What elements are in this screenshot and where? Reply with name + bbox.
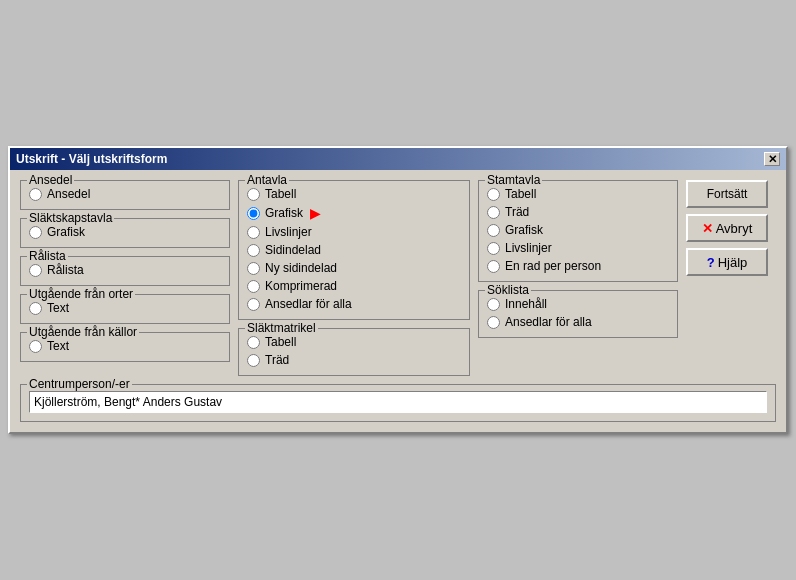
- slaktmatrikel-group: Släktmatrikel Tabell Träd: [238, 328, 470, 376]
- window-content: Ansedel Ansedel Släktskapstavla Grafisk …: [10, 170, 786, 432]
- middle-column: Antavla Tabell Grafisk ▶ Livslinjer: [238, 180, 470, 376]
- ansedlar-sok-label: Ansedlar för alla: [505, 315, 592, 329]
- livslinjer-stam-option[interactable]: Livslinjer: [487, 241, 669, 255]
- komprimerad-ant-option[interactable]: Komprimerad: [247, 279, 461, 293]
- stamtavla-group-label: Stamtavla: [485, 173, 542, 187]
- livslinjer-ant-label: Livslinjer: [265, 225, 312, 239]
- ansedlar-sok-option[interactable]: Ansedlar för alla: [487, 315, 669, 329]
- tabell-slakt-radio[interactable]: [247, 336, 260, 349]
- x-icon: ✕: [702, 221, 713, 236]
- innehall-sok-radio[interactable]: [487, 298, 500, 311]
- slaktmatrikel-group-label: Släktmatrikel: [245, 321, 318, 335]
- trad-slakt-radio[interactable]: [247, 354, 260, 367]
- komprimerad-ant-label: Komprimerad: [265, 279, 337, 293]
- utgaende-kallor-group: Utgående från källor Text: [20, 332, 230, 362]
- tabell-stam-label: Tabell: [505, 187, 536, 201]
- trad-stam-radio[interactable]: [487, 206, 500, 219]
- grafisk-stam-option[interactable]: Grafisk: [487, 223, 669, 237]
- sidindelad-ant-radio[interactable]: [247, 244, 260, 257]
- utgaende-orter-group: Utgående från orter Text: [20, 294, 230, 324]
- ny-sidindelad-ant-label: Ny sidindelad: [265, 261, 337, 275]
- livslinjer-stam-radio[interactable]: [487, 242, 500, 255]
- cursor-arrow-icon: ▶: [310, 205, 321, 221]
- ralista-label: Rålista: [47, 263, 84, 277]
- antavla-group-label: Antavla: [245, 173, 289, 187]
- ralista-group-label: Rålista: [27, 249, 68, 263]
- ansedlar-sok-radio[interactable]: [487, 316, 500, 329]
- sidindelad-ant-option[interactable]: Sidindelad: [247, 243, 461, 257]
- close-button[interactable]: ✕: [764, 152, 780, 166]
- avbryt-label: Avbryt: [716, 221, 753, 236]
- left-column: Ansedel Ansedel Släktskapstavla Grafisk …: [20, 180, 230, 376]
- ansedlar-alla-ant-label: Ansedlar för alla: [265, 297, 352, 311]
- tabell-ant-option[interactable]: Tabell: [247, 187, 461, 201]
- ansedel-group: Ansedel Ansedel: [20, 180, 230, 210]
- ralista-group: Rålista Rålista: [20, 256, 230, 286]
- soklista-group: Söklista Innehåll Ansedlar för alla: [478, 290, 678, 338]
- ralista-option[interactable]: Rålista: [29, 263, 221, 277]
- grafisk-stam-label: Grafisk: [505, 223, 543, 237]
- text-orter-option[interactable]: Text: [29, 301, 221, 315]
- centrumperson-group: Centrumperson/-er: [20, 384, 776, 422]
- title-bar: Utskrift - Välj utskriftsform ✕: [10, 148, 786, 170]
- trad-stam-label: Träd: [505, 205, 529, 219]
- grafisk-ant-option[interactable]: Grafisk ▶: [247, 205, 461, 221]
- grafisk-slakt-radio[interactable]: [29, 226, 42, 239]
- text-kallor-option[interactable]: Text: [29, 339, 221, 353]
- livslinjer-ant-option[interactable]: Livslinjer: [247, 225, 461, 239]
- tabell-ant-radio[interactable]: [247, 188, 260, 201]
- tabell-ant-label: Tabell: [265, 187, 296, 201]
- action-column: Fortsätt ✕ Avbryt ? Hjälp: [686, 180, 776, 376]
- text-kallor-radio[interactable]: [29, 340, 42, 353]
- utgaende-orter-label: Utgående från orter: [27, 287, 135, 301]
- livslinjer-stam-label: Livslinjer: [505, 241, 552, 255]
- sidindelad-ant-label: Sidindelad: [265, 243, 321, 257]
- en-rad-stam-label: En rad per person: [505, 259, 601, 273]
- ansedel-label: Ansedel: [47, 187, 90, 201]
- window-title: Utskrift - Välj utskriftsform: [16, 152, 167, 166]
- en-rad-stam-radio[interactable]: [487, 260, 500, 273]
- centrumperson-group-label: Centrumperson/-er: [27, 377, 132, 391]
- trad-stam-option[interactable]: Träd: [487, 205, 669, 219]
- ny-sidindelad-ant-radio[interactable]: [247, 262, 260, 275]
- right-column: Stamtavla Tabell Träd Grafisk: [478, 180, 678, 376]
- stamtavla-group: Stamtavla Tabell Träd Grafisk: [478, 180, 678, 282]
- ansedlar-alla-ant-radio[interactable]: [247, 298, 260, 311]
- grafisk-slakt-option[interactable]: Grafisk: [29, 225, 221, 239]
- grafisk-stam-radio[interactable]: [487, 224, 500, 237]
- grafisk-slakt-label: Grafisk: [47, 225, 85, 239]
- ny-sidindelad-ant-option[interactable]: Ny sidindelad: [247, 261, 461, 275]
- text-orter-radio[interactable]: [29, 302, 42, 315]
- tabell-stam-radio[interactable]: [487, 188, 500, 201]
- hjalp-button[interactable]: ? Hjälp: [686, 248, 768, 276]
- grafisk-ant-radio[interactable]: [247, 207, 260, 220]
- ralista-radio[interactable]: [29, 264, 42, 277]
- tabell-slakt-label: Tabell: [265, 335, 296, 349]
- utgaende-kallor-label: Utgående från källor: [27, 325, 139, 339]
- livslinjer-ant-radio[interactable]: [247, 226, 260, 239]
- main-row: Ansedel Ansedel Släktskapstavla Grafisk …: [20, 180, 776, 376]
- komprimerad-ant-radio[interactable]: [247, 280, 260, 293]
- fortsatt-button[interactable]: Fortsätt: [686, 180, 768, 208]
- text-orter-label: Text: [47, 301, 69, 315]
- slaktskapstavla-group: Släktskapstavla Grafisk: [20, 218, 230, 248]
- ansedel-group-label: Ansedel: [27, 173, 74, 187]
- main-window: Utskrift - Välj utskriftsform ✕ Ansedel …: [8, 146, 788, 434]
- ansedlar-alla-ant-option[interactable]: Ansedlar för alla: [247, 297, 461, 311]
- hjalp-label: Hjälp: [718, 255, 748, 270]
- ansedel-radio[interactable]: [29, 188, 42, 201]
- centrumperson-input[interactable]: [29, 391, 767, 413]
- en-rad-stam-option[interactable]: En rad per person: [487, 259, 669, 273]
- tabell-stam-option[interactable]: Tabell: [487, 187, 669, 201]
- tabell-slakt-option[interactable]: Tabell: [247, 335, 461, 349]
- innehall-sok-label: Innehåll: [505, 297, 547, 311]
- antavla-group: Antavla Tabell Grafisk ▶ Livslinjer: [238, 180, 470, 320]
- innehall-sok-option[interactable]: Innehåll: [487, 297, 669, 311]
- trad-slakt-label: Träd: [265, 353, 289, 367]
- text-kallor-label: Text: [47, 339, 69, 353]
- question-icon: ?: [707, 255, 715, 270]
- grafisk-ant-label: Grafisk: [265, 206, 303, 220]
- avbryt-button[interactable]: ✕ Avbryt: [686, 214, 768, 242]
- ansedel-option[interactable]: Ansedel: [29, 187, 221, 201]
- trad-slakt-option[interactable]: Träd: [247, 353, 461, 367]
